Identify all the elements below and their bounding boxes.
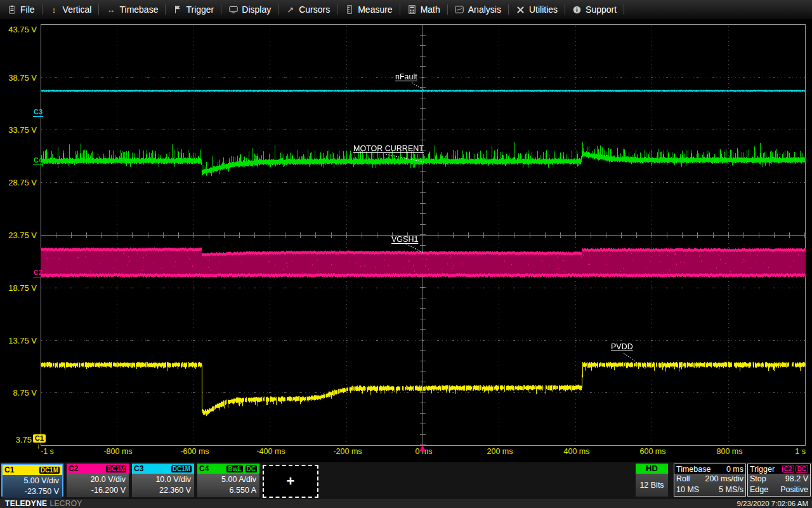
t-axis-label: -400 ms: [249, 447, 293, 456]
bandwidth-badge: BwL: [226, 465, 243, 473]
trace-label-nfault[interactable]: nFault: [395, 72, 417, 81]
menu-item-label: File: [20, 4, 35, 15]
trigger-box[interactable]: Trigger C2 DC Stop98.2 V EdgePositive: [747, 464, 811, 497]
channel-header: C4 BwL DC: [197, 464, 259, 474]
menu-item-vertical[interactable]: ↕ Vertical: [43, 0, 99, 19]
t-axis-label: 600 ms: [631, 447, 675, 456]
trigger-title: Trigger: [750, 465, 775, 474]
timebase-box[interactable]: Timebase 0 ms Roll200 ms/div 10 MS5 MS/s: [674, 464, 746, 497]
menu-item-file[interactable]: File: [0, 0, 42, 19]
timebase-scale: 200 ms/div: [705, 474, 743, 485]
timebase-rate: 5 MS/s: [719, 485, 743, 495]
menu-item-label: Math: [421, 4, 440, 15]
channel-box-c4[interactable]: C4 BwL DC 5.00 A/div 6.550 A: [197, 464, 259, 497]
menu-item-cursors[interactable]: ↗ Cursors: [278, 0, 337, 19]
v-axis-label: 18.75 V: [0, 283, 37, 293]
trigger-settings: Stop98.2 V EdgePositive: [748, 474, 810, 496]
timebase-mode: Roll: [676, 474, 690, 485]
v-axis-label: 38.75 V: [0, 73, 37, 83]
channel-id: C4: [199, 464, 209, 474]
t-axis-label: -1 s: [41, 447, 72, 456]
channel-settings: 10.0 V/div 22.360 V: [132, 474, 194, 497]
menu-item-label: Timebase: [119, 4, 158, 15]
badge-group: BwL DC: [226, 465, 258, 473]
offset-value: 22.360 V: [132, 485, 191, 496]
vdiv-value: 5.00 V/div: [3, 476, 59, 486]
trigger-header: Trigger C2 DC: [748, 464, 810, 474]
timebase-header: Timebase 0 ms: [674, 464, 745, 474]
trigger-time-marker[interactable]: [419, 445, 426, 451]
coupling-badge: DC1M: [105, 465, 127, 473]
menu-item-label: Cursors: [299, 4, 330, 15]
trace-label-vgsh1[interactable]: VGSH1: [391, 235, 418, 244]
vdiv-value: 20.0 V/div: [67, 474, 126, 485]
offscreen-offset-arrow-icon: ↓: [37, 442, 41, 450]
v-axis-label: 23.75 V: [0, 231, 37, 240]
add-trace-button[interactable]: +: [263, 465, 318, 498]
menu-item-measure[interactable]: Measure: [337, 0, 399, 19]
trigger-mode: Stop: [750, 474, 766, 485]
brand-teledyne: TELEDYNE: [5, 499, 47, 508]
v-axis-label: 33.75 V: [0, 125, 37, 135]
channel-box-c1[interactable]: C1 DC1M 5.00 V/div -23.750 V: [1, 464, 63, 497]
cursor-arrow-icon: ↗: [285, 6, 295, 14]
v-axis-label: 3.75: [0, 435, 32, 444]
menu-item-label: Measure: [358, 4, 392, 15]
vertical-arrows-icon: ↕: [49, 6, 59, 14]
menu-separator: [624, 4, 624, 15]
menu-item-timebase[interactable]: ↔ Timebase: [99, 0, 165, 19]
t-axis-label: -800 ms: [96, 447, 140, 456]
channel-box-c3[interactable]: C3 DC1M 10.0 V/div 22.360 V: [132, 464, 194, 497]
channel-settings: 5.00 A/div 6.550 A: [197, 474, 259, 497]
offset-value: 6.550 A: [197, 485, 256, 496]
oscilloscope-app: File ↕ Vertical ↔ Timebase Trigger Displ…: [0, 0, 812, 508]
vdiv-value: 10.0 V/div: [132, 474, 191, 485]
channel-box-c2[interactable]: C2 DC1M 20.0 V/div -16.200 V: [67, 464, 129, 497]
channel-marker-c3[interactable]: C3: [33, 108, 43, 117]
trigger-source-badge: C2: [782, 465, 794, 473]
channel-id: C3: [134, 464, 143, 474]
channel-header: C2 DC1M: [67, 464, 129, 474]
channel-header: C1 DC1M: [3, 465, 62, 475]
channel-marker-c4[interactable]: C4: [33, 156, 43, 165]
channel-id: C2: [69, 464, 78, 474]
file-icon: [7, 5, 16, 14]
menu-item-math[interactable]: Math: [400, 0, 447, 19]
channel-marker-c2[interactable]: C2: [33, 269, 43, 277]
tools-icon: [516, 6, 525, 14]
v-axis-label: 43.75 V: [0, 25, 37, 34]
menu-item-trigger[interactable]: Trigger: [166, 0, 221, 19]
chart-icon: [455, 6, 464, 13]
hd-mode-box[interactable]: HD 12 Bits: [636, 464, 668, 497]
menu-item-display[interactable]: Display: [221, 0, 278, 19]
trigger-level: 98.2 V: [785, 474, 808, 485]
timebase-offset: 0 ms: [726, 465, 743, 474]
menu-item-analysis[interactable]: Analysis: [448, 0, 508, 19]
menu-item-support[interactable]: Support: [565, 0, 624, 19]
menu-item-label: Analysis: [468, 4, 501, 15]
menu-item-label: Utilities: [529, 4, 558, 15]
trace-label-pvdd[interactable]: PVDD: [611, 342, 633, 351]
t-axis-label: 200 ms: [478, 447, 522, 456]
waveform-area: 43.75 V 38.75 V 33.75 V 28.75 V 23.75 V …: [0, 19, 812, 462]
menu-bar: File ↕ Vertical ↔ Timebase Trigger Displ…: [0, 0, 812, 19]
trace-label-motor-current[interactable]: MOTOR CURRENT: [353, 144, 424, 153]
waveform-display[interactable]: [41, 24, 806, 446]
hd-bits: 12 Bits: [636, 474, 668, 497]
channel-settings: 20.0 V/div -16.200 V: [67, 474, 129, 497]
timebase-memory: 10 MS: [676, 485, 699, 495]
trigger-slope: Positive: [780, 485, 808, 495]
menu-item-label: Trigger: [186, 4, 214, 15]
trigger-coupling-badge: DC: [796, 465, 808, 473]
t-axis-label: -600 ms: [173, 447, 217, 456]
calculator-icon: [407, 5, 417, 14]
status-footer: TELEDYNELECROY 9/23/2020 7:02:06 AM: [0, 499, 812, 508]
display-icon: [228, 6, 238, 13]
t-axis-label: 1 s: [774, 447, 806, 456]
coupling-badge: DC1M: [171, 465, 192, 473]
timebase-title: Timebase: [676, 465, 710, 474]
vdiv-value: 5.00 A/div: [197, 474, 256, 485]
channel-id: C1: [4, 465, 14, 475]
coupling-badge: DC: [245, 465, 258, 473]
menu-item-utilities[interactable]: Utilities: [509, 0, 565, 19]
